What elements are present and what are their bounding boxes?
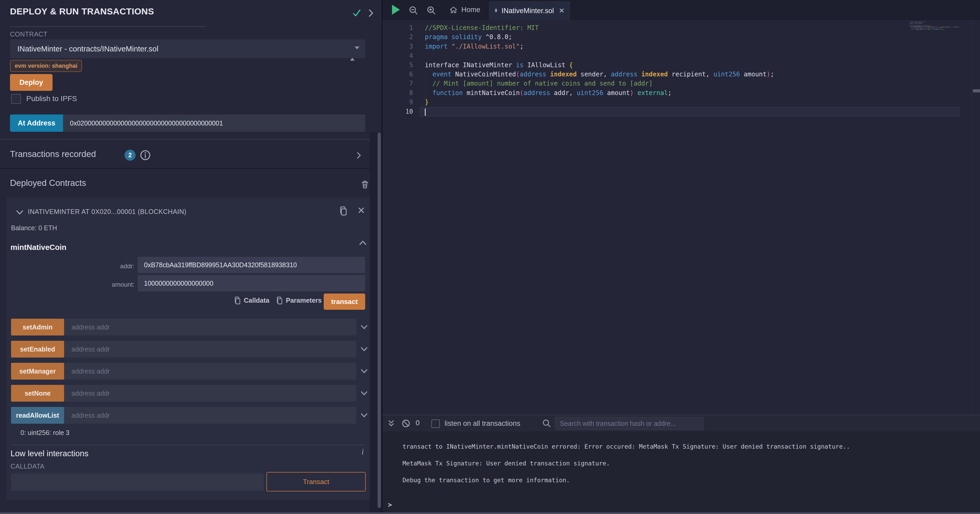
code-text[interactable]: event NativeCoinMinted(address indexed s…	[419, 70, 960, 79]
parameters-copy-label[interactable]: Parameters	[286, 297, 321, 304]
addr-field-input[interactable]	[138, 257, 365, 273]
code-editor[interactable]: 1//SPDX-License-Identifier: MIT2pragma s…	[383, 20, 980, 415]
line-number: 7	[383, 79, 419, 88]
setAdmin-input[interactable]	[64, 319, 356, 335]
divider	[11, 445, 365, 445]
close-icon[interactable]	[357, 206, 365, 214]
setNone-input[interactable]	[64, 385, 356, 401]
chevron-right-icon[interactable]	[355, 151, 363, 160]
text-cursor	[425, 108, 426, 116]
chevron-down-icon[interactable]	[360, 390, 368, 397]
low-level-transact-button[interactable]: Transact	[266, 472, 366, 492]
setEnabled-input[interactable]	[64, 341, 356, 357]
chevron-up-icon[interactable]	[358, 240, 367, 246]
line-number: 6	[383, 70, 419, 79]
code-line-4: 4	[383, 51, 980, 60]
minimap[interactable]: //SPDX-License-Identifier: MITpragma sol…	[910, 21, 962, 32]
zoom-out-icon[interactable]	[409, 6, 418, 15]
search-icon	[542, 419, 551, 428]
setNone-button[interactable]: setNone	[11, 385, 64, 401]
copy-icon[interactable]	[233, 296, 242, 306]
tab-home-label: Home	[461, 6, 480, 14]
listen-all-transactions-checkbox[interactable]	[431, 419, 440, 428]
chevron-down-icon[interactable]	[360, 412, 368, 419]
solidity-icon	[494, 6, 498, 15]
code-text[interactable]	[419, 107, 960, 116]
code-text[interactable]: function mintNativeCoin(address addr, ui…	[419, 89, 960, 98]
contract-select[interactable]: INativeMinter - contracts/INativeMinter.…	[10, 40, 365, 58]
function-name-mintNativeCoin[interactable]: mintNativeCoin	[11, 243, 67, 252]
function-row-setNone: setNone	[11, 385, 356, 401]
setManager-button[interactable]: setManager	[11, 363, 64, 379]
code-text[interactable]: //SPDX-License-Identifier: MIT	[419, 23, 960, 33]
code-line-8: 8 function mintNativeCoin(address addr, …	[383, 89, 980, 98]
calldata-input[interactable]	[11, 474, 264, 491]
chevron-down-icon[interactable]	[360, 368, 368, 374]
at-address-button[interactable]: At Address	[10, 114, 63, 132]
code-text[interactable]: import "./IAllowList.sol";	[419, 42, 960, 51]
transact-button[interactable]: transact	[324, 293, 365, 310]
publish-ipfs-checkbox[interactable]	[11, 94, 21, 104]
copy-icon[interactable]	[338, 205, 348, 217]
setManager-input[interactable]	[64, 363, 356, 379]
terminal: 0 listen on all transactions transact to…	[383, 415, 980, 514]
trash-icon[interactable]	[361, 179, 369, 190]
chevron-down-icon[interactable]	[15, 209, 24, 216]
terminal-logs: transact to INativeMinter.mintNativeCoin…	[402, 443, 850, 493]
run-script-icon[interactable]	[392, 5, 400, 15]
contract-select-value: INativeMinter - contracts/INativeMinter.…	[18, 44, 158, 53]
ban-icon[interactable]	[401, 419, 410, 428]
home-icon	[449, 6, 458, 14]
setEnabled-button[interactable]: setEnabled	[11, 341, 64, 357]
code-text[interactable]: }	[419, 98, 960, 107]
remix-ide-window: DEPLOY & RUN TRANSACTIONS CONTRACT INati…	[0, 0, 980, 514]
terminal-log-line: MetaMask Tx Signature: User denied trans…	[402, 459, 850, 467]
calldata-label: CALLDATA	[11, 463, 45, 470]
readAllowList-result: 0: uint256: role 3	[21, 429, 69, 436]
amount-field-input[interactable]	[138, 275, 365, 291]
zoom-in-icon[interactable]	[427, 6, 436, 15]
code-text[interactable]	[419, 51, 960, 60]
code-text[interactable]: interface INativeMinter is IAllowList {	[419, 61, 960, 70]
deploy-run-panel: DEPLOY & RUN TRANSACTIONS CONTRACT INati…	[0, 0, 383, 514]
evm-version-badge: evm version: shanghai	[10, 60, 82, 72]
chevron-down-icon[interactable]	[360, 346, 368, 352]
code-line-3: 3import "./IAllowList.sol";	[383, 42, 980, 51]
deploy-button[interactable]: Deploy	[10, 74, 52, 91]
at-address-input[interactable]	[63, 114, 365, 132]
tab-home[interactable]: Home	[444, 0, 485, 20]
tab-close-icon[interactable]: ✕	[558, 6, 565, 15]
addr-field-label: addr:	[11, 263, 135, 270]
code-text[interactable]: pragma solidity ^0.8.0;	[419, 33, 960, 42]
transactions-recorded-label: Transactions recorded	[10, 149, 96, 159]
double-chevron-down-icon[interactable]	[387, 419, 395, 428]
copy-icon[interactable]	[275, 296, 284, 306]
calldata-copy-label[interactable]: Calldata	[244, 297, 269, 304]
editor-tab-bar: Home INativeMinter.sol ✕	[383, 0, 980, 20]
code-line-6: 6 event NativeCoinMinted(address indexed…	[383, 70, 980, 79]
window-bottom-border	[0, 512, 980, 514]
publish-ipfs-label: Publish to IPFS	[26, 95, 77, 103]
code-line-5: 5interface INativeMinter is IAllowList {	[383, 61, 980, 70]
setAdmin-button[interactable]: setAdmin	[11, 319, 64, 335]
contract-label: CONTRACT	[10, 30, 48, 38]
info-icon: i	[361, 447, 364, 457]
code-lines: 1//SPDX-License-Identifier: MIT2pragma s…	[383, 23, 980, 116]
divider	[0, 139, 383, 140]
tab-inativeminter[interactable]: INativeMinter.sol ✕	[489, 2, 570, 20]
readAllowList-button[interactable]: readAllowList	[11, 407, 64, 424]
code-line-2: 2pragma solidity ^0.8.0;	[383, 33, 980, 42]
chevron-down-icon[interactable]	[360, 324, 368, 330]
chevron-right-icon[interactable]	[367, 8, 375, 18]
low-level-title: Low level interactions	[11, 449, 88, 458]
panel-scrollbar-thumb[interactable]	[377, 133, 381, 508]
readAllowList-input[interactable]	[64, 407, 356, 424]
line-number: 1	[383, 23, 419, 33]
function-row-readAllowList: readAllowList	[11, 407, 356, 424]
terminal-count: 0	[416, 419, 420, 427]
terminal-search-input[interactable]	[555, 417, 703, 430]
terminal-prompt[interactable]: >	[388, 501, 392, 509]
instance-title[interactable]: INATIVEMINTER AT 0X020...00001 (BLOCKCHA…	[28, 208, 186, 216]
function-row-setAdmin: setAdmin	[11, 319, 356, 335]
code-text[interactable]: // Mint [amount] number of native coins …	[419, 79, 960, 88]
